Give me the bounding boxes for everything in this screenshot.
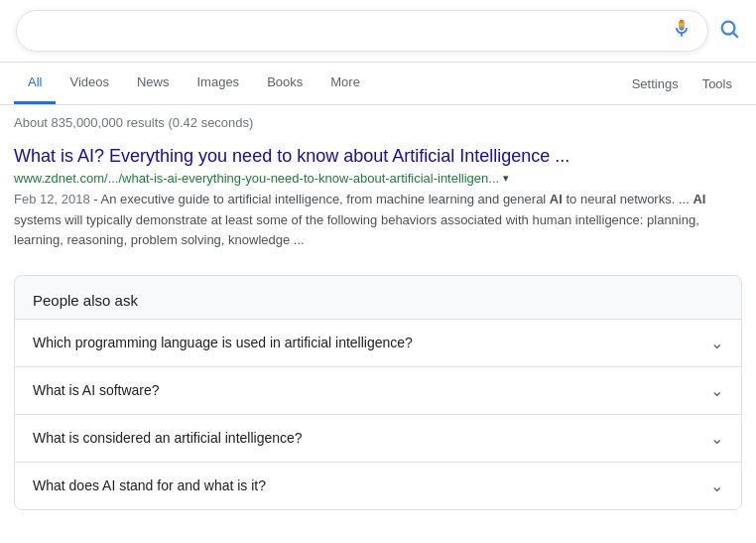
people-also-ask: People also ask Which programming langua… <box>14 275 742 510</box>
paa-title: People also ask <box>15 276 741 319</box>
paa-item-3[interactable]: What does AI stand for and what is it? ⌄ <box>15 462 741 509</box>
svg-line-2 <box>733 33 737 37</box>
search-button[interactable] <box>718 18 740 44</box>
tab-all[interactable]: All <box>14 63 56 104</box>
paa-question-1: What is AI software? <box>33 382 160 398</box>
result-snippet-text: An executive guide to artificial intelli… <box>14 192 705 247</box>
tools-link[interactable]: Tools <box>693 65 742 103</box>
result-title-link[interactable]: What is AI? Everything you need to know … <box>14 144 742 169</box>
tab-images[interactable]: Images <box>183 63 253 104</box>
search-result-item: What is AI? Everything you need to know … <box>0 136 756 267</box>
mic-icon <box>672 19 692 39</box>
paa-question-2: What is considered an artificial intelli… <box>33 430 303 446</box>
result-url-row: www.zdnet.com/.../what-is-ai-everything-… <box>14 171 742 186</box>
paa-question-0: Which programming language is used in ar… <box>33 335 413 350</box>
search-input[interactable]: what is ai <box>33 22 664 40</box>
tab-videos[interactable]: Videos <box>56 63 123 104</box>
paa-item-1[interactable]: What is AI software? ⌄ <box>15 366 741 414</box>
result-date: Feb 12, 2018 <box>14 192 90 206</box>
paa-chevron-1: ⌄ <box>710 381 723 400</box>
results-count: About 835,000,000 results (0.42 seconds) <box>0 105 756 136</box>
paa-chevron-3: ⌄ <box>710 476 723 495</box>
paa-chevron-0: ⌄ <box>710 334 723 352</box>
settings-link[interactable]: Settings <box>618 65 693 103</box>
paa-item-0[interactable]: Which programming language is used in ar… <box>15 319 741 366</box>
nav-tabs: All Videos News Images Books More Settin… <box>0 63 756 105</box>
paa-question-3: What does AI stand for and what is it? <box>33 477 266 493</box>
result-url-dropdown[interactable]: ▾ <box>503 172 509 185</box>
search-bar: what is ai <box>0 0 756 63</box>
search-icon <box>718 18 740 40</box>
mic-button[interactable] <box>672 19 692 43</box>
paa-item-2[interactable]: What is considered an artificial intelli… <box>15 414 741 462</box>
tab-more[interactable]: More <box>316 63 374 104</box>
result-url: www.zdnet.com/.../what-is-ai-everything-… <box>14 171 499 186</box>
result-snippet: Feb 12, 2018 - An executive guide to art… <box>14 190 742 251</box>
tab-books[interactable]: Books <box>253 63 316 104</box>
search-input-wrapper: what is ai <box>16 10 708 52</box>
paa-chevron-2: ⌄ <box>710 429 723 448</box>
tab-news[interactable]: News <box>123 63 184 104</box>
